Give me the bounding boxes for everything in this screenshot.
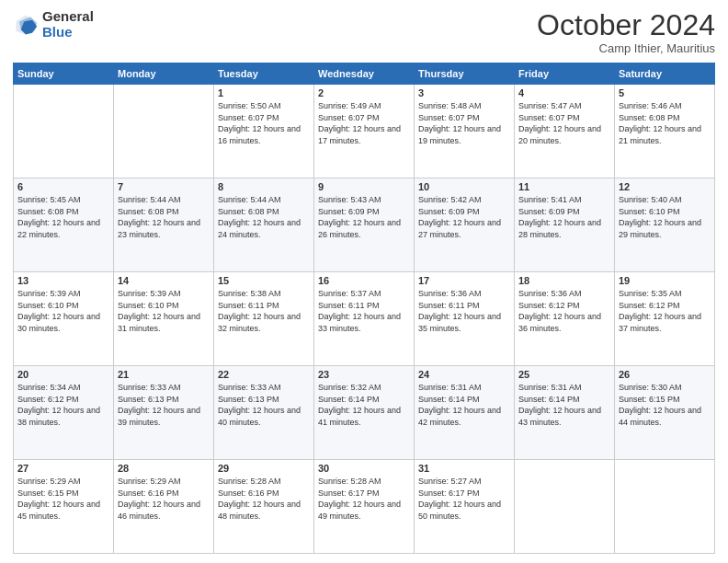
day-number: 23 [318, 369, 410, 380]
day-info: Sunrise: 5:30 AM Sunset: 6:15 PM Dayligh… [619, 382, 711, 428]
calendar-cell: 16Sunrise: 5:37 AM Sunset: 6:11 PM Dayli… [314, 272, 415, 366]
calendar-cell: 31Sunrise: 5:27 AM Sunset: 6:17 PM Dayli… [415, 460, 515, 554]
calendar-cell: 1Sunrise: 5:50 AM Sunset: 6:07 PM Daylig… [214, 85, 314, 178]
day-info: Sunrise: 5:29 AM Sunset: 6:15 PM Dayligh… [17, 476, 109, 522]
day-number: 6 [17, 181, 109, 192]
day-info: Sunrise: 5:31 AM Sunset: 6:14 PM Dayligh… [518, 382, 610, 428]
day-number: 27 [17, 463, 109, 474]
day-info: Sunrise: 5:42 AM Sunset: 6:09 PM Dayligh… [418, 194, 510, 240]
day-number: 25 [518, 369, 610, 380]
day-number: 7 [118, 181, 210, 192]
logo: General Blue [13, 9, 94, 40]
day-number: 29 [218, 463, 310, 474]
calendar-cell: 23Sunrise: 5:32 AM Sunset: 6:14 PM Dayli… [314, 366, 415, 460]
calendar-cell: 13Sunrise: 5:39 AM Sunset: 6:10 PM Dayli… [14, 272, 114, 366]
day-number: 26 [619, 369, 711, 380]
logo-general: General [42, 9, 94, 25]
day-number: 9 [318, 181, 410, 192]
logo-icon [13, 12, 39, 38]
day-info: Sunrise: 5:48 AM Sunset: 6:07 PM Dayligh… [418, 100, 510, 146]
calendar-cell: 25Sunrise: 5:31 AM Sunset: 6:14 PM Dayli… [515, 366, 615, 460]
calendar-cell: 29Sunrise: 5:28 AM Sunset: 6:16 PM Dayli… [214, 460, 314, 554]
calendar-cell: 8Sunrise: 5:44 AM Sunset: 6:08 PM Daylig… [214, 178, 314, 272]
calendar-cell: 7Sunrise: 5:44 AM Sunset: 6:08 PM Daylig… [114, 178, 214, 272]
day-info: Sunrise: 5:27 AM Sunset: 6:17 PM Dayligh… [418, 476, 510, 522]
day-info: Sunrise: 5:44 AM Sunset: 6:08 PM Dayligh… [218, 194, 310, 240]
day-number: 1 [218, 87, 310, 98]
calendar-cell: 17Sunrise: 5:36 AM Sunset: 6:11 PM Dayli… [415, 272, 515, 366]
calendar-cell: 22Sunrise: 5:33 AM Sunset: 6:13 PM Dayli… [214, 366, 314, 460]
day-number: 24 [418, 369, 510, 380]
calendar-cell [14, 85, 114, 178]
day-info: Sunrise: 5:38 AM Sunset: 6:11 PM Dayligh… [218, 288, 310, 334]
day-info: Sunrise: 5:33 AM Sunset: 6:13 PM Dayligh… [218, 382, 310, 428]
calendar-cell: 18Sunrise: 5:36 AM Sunset: 6:12 PM Dayli… [515, 272, 615, 366]
day-number: 2 [318, 87, 410, 98]
logo-blue: Blue [42, 25, 94, 40]
day-number: 13 [17, 275, 109, 286]
calendar-cell: 5Sunrise: 5:46 AM Sunset: 6:08 PM Daylig… [615, 85, 715, 178]
day-info: Sunrise: 5:33 AM Sunset: 6:13 PM Dayligh… [118, 382, 210, 428]
calendar-cell: 19Sunrise: 5:35 AM Sunset: 6:12 PM Dayli… [615, 272, 715, 366]
day-info: Sunrise: 5:37 AM Sunset: 6:11 PM Dayligh… [318, 288, 410, 334]
day-info: Sunrise: 5:43 AM Sunset: 6:09 PM Dayligh… [318, 194, 410, 240]
day-info: Sunrise: 5:44 AM Sunset: 6:08 PM Dayligh… [118, 194, 210, 240]
calendar-cell: 6Sunrise: 5:45 AM Sunset: 6:08 PM Daylig… [14, 178, 114, 272]
day-info: Sunrise: 5:46 AM Sunset: 6:08 PM Dayligh… [619, 100, 711, 146]
title-block: October 2024 Camp Ithier, Mauritius [537, 9, 715, 55]
calendar-cell: 9Sunrise: 5:43 AM Sunset: 6:09 PM Daylig… [314, 178, 415, 272]
day-info: Sunrise: 5:29 AM Sunset: 6:16 PM Dayligh… [118, 476, 210, 522]
day-number: 10 [418, 181, 510, 192]
day-info: Sunrise: 5:28 AM Sunset: 6:16 PM Dayligh… [218, 476, 310, 522]
calendar-cell: 11Sunrise: 5:41 AM Sunset: 6:09 PM Dayli… [515, 178, 615, 272]
day-number: 3 [418, 87, 510, 98]
day-number: 21 [118, 369, 210, 380]
weekday-header: Monday [114, 63, 214, 85]
day-info: Sunrise: 5:28 AM Sunset: 6:17 PM Dayligh… [318, 476, 410, 522]
calendar-cell [615, 460, 715, 554]
day-info: Sunrise: 5:39 AM Sunset: 6:10 PM Dayligh… [17, 288, 109, 334]
calendar-cell: 21Sunrise: 5:33 AM Sunset: 6:13 PM Dayli… [114, 366, 214, 460]
day-number: 31 [418, 463, 510, 474]
calendar-cell: 3Sunrise: 5:48 AM Sunset: 6:07 PM Daylig… [415, 85, 515, 178]
calendar-cell [114, 85, 214, 178]
calendar-cell: 20Sunrise: 5:34 AM Sunset: 6:12 PM Dayli… [14, 366, 114, 460]
day-info: Sunrise: 5:50 AM Sunset: 6:07 PM Dayligh… [218, 100, 310, 146]
day-info: Sunrise: 5:41 AM Sunset: 6:09 PM Dayligh… [518, 194, 610, 240]
location-subtitle: Camp Ithier, Mauritius [537, 41, 715, 55]
calendar-table: SundayMondayTuesdayWednesdayThursdayFrid… [13, 63, 715, 554]
weekday-header: Thursday [415, 63, 515, 85]
day-number: 18 [518, 275, 610, 286]
calendar-cell [515, 460, 615, 554]
day-info: Sunrise: 5:40 AM Sunset: 6:10 PM Dayligh… [619, 194, 711, 240]
day-info: Sunrise: 5:31 AM Sunset: 6:14 PM Dayligh… [418, 382, 510, 428]
logo-text: General Blue [42, 9, 94, 40]
calendar-header-row: SundayMondayTuesdayWednesdayThursdayFrid… [14, 63, 715, 85]
day-info: Sunrise: 5:47 AM Sunset: 6:07 PM Dayligh… [518, 100, 610, 146]
day-info: Sunrise: 5:36 AM Sunset: 6:12 PM Dayligh… [518, 288, 610, 334]
weekday-header: Saturday [615, 63, 715, 85]
month-title: October 2024 [537, 9, 715, 41]
header: General Blue October 2024 Camp Ithier, M… [13, 9, 715, 55]
day-info: Sunrise: 5:34 AM Sunset: 6:12 PM Dayligh… [17, 382, 109, 428]
day-number: 22 [218, 369, 310, 380]
day-number: 11 [518, 181, 610, 192]
day-number: 5 [619, 87, 711, 98]
day-info: Sunrise: 5:45 AM Sunset: 6:08 PM Dayligh… [17, 194, 109, 240]
day-number: 20 [17, 369, 109, 380]
calendar-week-row: 27Sunrise: 5:29 AM Sunset: 6:15 PM Dayli… [14, 460, 715, 554]
calendar-week-row: 20Sunrise: 5:34 AM Sunset: 6:12 PM Dayli… [14, 366, 715, 460]
calendar-cell: 10Sunrise: 5:42 AM Sunset: 6:09 PM Dayli… [415, 178, 515, 272]
calendar-page: General Blue October 2024 Camp Ithier, M… [0, 0, 728, 563]
day-number: 30 [318, 463, 410, 474]
calendar-cell: 14Sunrise: 5:39 AM Sunset: 6:10 PM Dayli… [114, 272, 214, 366]
day-number: 4 [518, 87, 610, 98]
day-number: 17 [418, 275, 510, 286]
calendar-cell: 12Sunrise: 5:40 AM Sunset: 6:10 PM Dayli… [615, 178, 715, 272]
day-number: 8 [218, 181, 310, 192]
day-info: Sunrise: 5:35 AM Sunset: 6:12 PM Dayligh… [619, 288, 711, 334]
day-info: Sunrise: 5:39 AM Sunset: 6:10 PM Dayligh… [118, 288, 210, 334]
day-info: Sunrise: 5:36 AM Sunset: 6:11 PM Dayligh… [418, 288, 510, 334]
weekday-header: Wednesday [314, 63, 415, 85]
day-number: 16 [318, 275, 410, 286]
